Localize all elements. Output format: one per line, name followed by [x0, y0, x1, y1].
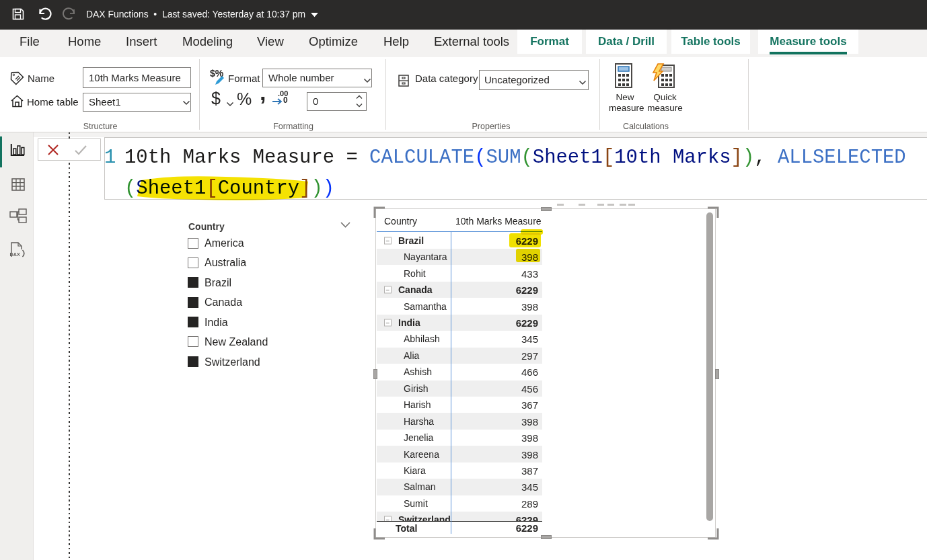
svg-text:DAX: DAX [10, 251, 20, 257]
